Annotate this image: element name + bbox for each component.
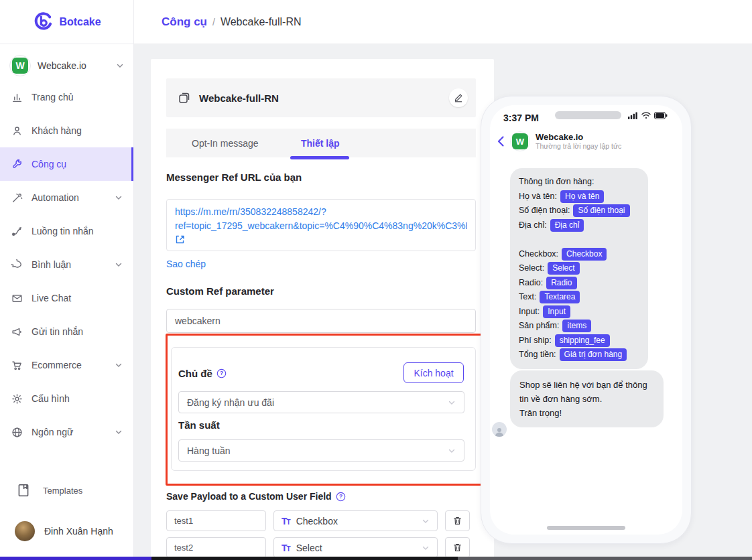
- payload-heading: Save Payload to a Custom User Field: [166, 491, 332, 502]
- order-info-bubble: Thông tin đơn hàng: Họ và tên:Họ và tên …: [510, 168, 648, 369]
- user-avatar: [15, 521, 35, 541]
- payload-type-select[interactable]: TT Select: [273, 537, 438, 558]
- payload-tag: Số điện thoại: [573, 204, 629, 217]
- tab-opt-in-message[interactable]: Opt-In message: [192, 129, 259, 157]
- content-area: Webcake-full-RN Opt-In message Thiết lập…: [134, 44, 752, 560]
- payload-tag: Họ và tên: [560, 190, 604, 203]
- chevron-down-icon: [422, 544, 430, 552]
- sidebar-item-cong-cu[interactable]: Công cụ: [0, 147, 133, 181]
- bottom-scrollbar[interactable]: [0, 557, 752, 560]
- sidebar-item-templates[interactable]: Templates: [0, 474, 134, 507]
- top-header: Công cụ / Webcake-full-RN: [134, 0, 752, 44]
- brand-logo[interactable]: Botcake: [0, 0, 133, 44]
- sidebar-item-trang-chu[interactable]: Trang chủ: [0, 80, 133, 114]
- payload-field-input[interactable]: test1: [166, 510, 266, 531]
- user-name: Đinh Xuân Hạnh: [44, 526, 113, 537]
- sidebar-item-ecommerce[interactable]: Ecommerce: [0, 348, 133, 382]
- chevron-down-icon: [115, 261, 123, 269]
- custom-ref-heading: Custom Ref parameter: [166, 285, 274, 297]
- export-icon[interactable]: [175, 234, 185, 244]
- payload-field-input[interactable]: test2: [166, 537, 266, 558]
- scrollbar-track: [458, 557, 752, 560]
- flow-icon: [11, 225, 23, 237]
- signal-icon: [628, 112, 638, 119]
- activate-button[interactable]: Kích hoạt: [403, 362, 464, 383]
- scrollbar-segment: [0, 557, 151, 560]
- chevron-down-icon: [115, 194, 123, 202]
- payload-row: test2 TT Select: [166, 537, 470, 558]
- wrench-icon: [11, 158, 23, 170]
- chart-icon: [11, 91, 23, 103]
- person-icon: [11, 125, 23, 137]
- topic-label: Chủ đề: [178, 368, 212, 379]
- sidebar-item-live-chat[interactable]: Live Chat: [0, 281, 133, 315]
- sidebar-item-automation[interactable]: Automation: [0, 181, 133, 214]
- phone-screen: 3:37 PM W Webcake.io Thường trả lời ngay…: [490, 105, 682, 535]
- wifi-icon: [641, 112, 651, 119]
- chevron-down-icon: [115, 361, 123, 369]
- chevron-down-icon: [448, 399, 456, 407]
- copy-icon: [178, 91, 191, 104]
- tool-title-card: Webcake-full-RN: [166, 78, 476, 117]
- automation-icon: [11, 192, 23, 204]
- trash-icon: [452, 543, 462, 553]
- closing-message-bubble: Shop sẽ liên hệ với bạn để thông tin về …: [510, 370, 664, 427]
- ref-url-line1[interactable]: https://m.me/rn/350832248858242/?: [175, 205, 467, 219]
- ref-url-line2[interactable]: ref=topic_17295_webcakern&topic=%C4%90%C…: [175, 219, 467, 233]
- tab-thiet-lap[interactable]: Thiết lập: [301, 129, 340, 157]
- delete-row-button[interactable]: [445, 537, 470, 558]
- payload-heading-row: Save Payload to a Custom User Field ?: [166, 491, 346, 502]
- edit-title-button[interactable]: [449, 88, 468, 107]
- frequency-select[interactable]: Hàng tuần: [178, 439, 464, 462]
- trash-icon: [452, 516, 462, 526]
- payload-tag: Radio: [546, 277, 576, 289]
- sidebar-item-khach-hang[interactable]: Khách hàng: [0, 114, 133, 147]
- comment-icon: [11, 259, 23, 271]
- app-window: Botcake W Webcake.io Trang chủ Khách hàn…: [0, 0, 752, 560]
- workspace-switcher[interactable]: W Webcake.io: [0, 51, 133, 80]
- breadcrumb-page: Webcake-full-RN: [221, 16, 302, 28]
- home-indicator-row: [490, 526, 682, 535]
- chevron-down-icon: [116, 62, 124, 70]
- chevron-down-icon: [115, 428, 123, 436]
- text-type-icon: TT: [281, 543, 290, 553]
- scrollbar-thumb[interactable]: [151, 557, 458, 560]
- brand-name: Botcake: [59, 16, 101, 28]
- breadcrumb-section[interactable]: Công cụ: [162, 15, 207, 29]
- sidebar-item-binh-luan[interactable]: Bình luận: [0, 248, 133, 281]
- payload-tag: Địa chỉ: [550, 219, 584, 232]
- chevron-down-icon: [448, 447, 456, 455]
- sidebar-nav: Trang chủ Khách hàng Công cụ Automation …: [0, 80, 133, 449]
- custom-ref-input[interactable]: webcakern: [166, 309, 476, 333]
- templates-icon: [16, 483, 31, 498]
- payload-tag: Select: [548, 262, 579, 275]
- svg-text:?: ?: [220, 370, 223, 376]
- ref-url-heading: Messenger Ref URL của bạn: [166, 171, 302, 183]
- active-tab-underline: [290, 156, 349, 159]
- question-circle-icon[interactable]: ?: [216, 368, 227, 378]
- payload-row: test1 TT Checkbox: [166, 510, 470, 531]
- payload-tag: Textarea: [540, 291, 580, 303]
- copy-url-link[interactable]: Sao chép: [166, 259, 206, 269]
- sidebar-item-luong-tin-nhan[interactable]: Luồng tin nhắn: [0, 214, 133, 248]
- home-indicator[interactable]: [547, 526, 625, 530]
- payload-type-select[interactable]: TT Checkbox: [273, 510, 438, 531]
- topic-select[interactable]: Đăng ký nhận ưu đãi: [178, 391, 464, 413]
- battery-icon: [654, 112, 668, 119]
- delete-row-button[interactable]: [445, 510, 470, 531]
- sidebar-item-gui-tin-nhan[interactable]: Gửi tin nhắn: [0, 315, 133, 348]
- back-chevron-icon[interactable]: [497, 135, 505, 147]
- tab-bar: Opt-In message Thiết lập: [166, 129, 476, 157]
- sidebar-item-ngon-ngu[interactable]: Ngôn ngữ: [0, 415, 133, 449]
- page-name: Webcake.io: [536, 132, 621, 142]
- payload-tag: items: [562, 320, 591, 332]
- page-avatar: W: [510, 131, 530, 151]
- question-circle-icon[interactable]: ?: [336, 492, 346, 502]
- sidebar-item-cau-hinh[interactable]: Cấu hình: [0, 382, 133, 415]
- sidebar-user[interactable]: Đinh Xuân Hạnh: [0, 514, 134, 548]
- payload-tag: shipping_fee: [555, 334, 610, 347]
- chat-header: W Webcake.io Thường trả lời ngay lập tức: [490, 125, 682, 157]
- breadcrumb-separator: /: [212, 17, 215, 27]
- workspace-avatar: W: [9, 55, 31, 76]
- payload-tag: Input: [543, 305, 570, 318]
